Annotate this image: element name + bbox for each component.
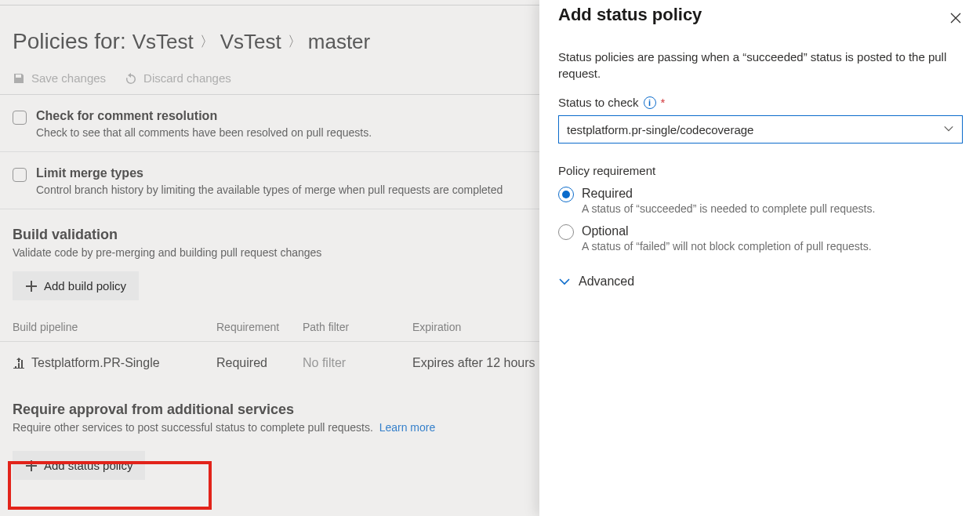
radio-required-title: Required <box>582 187 875 201</box>
advanced-label: Advanced <box>579 274 634 289</box>
radio-optional[interactable]: Optional A status of “failed” will not b… <box>558 224 963 253</box>
policy-requirement-label: Policy requirement <box>558 164 963 177</box>
info-icon[interactable]: i <box>644 96 656 109</box>
status-to-check-label: Status to check i * <box>558 96 963 109</box>
chevron-down-icon <box>943 123 954 136</box>
status-to-check-select[interactable]: testplatform.pr-single/codecoverage <box>558 115 963 144</box>
required-asterisk: * <box>661 96 666 109</box>
radio-button-icon <box>558 224 574 240</box>
panel-intro: Status policies are passing when a “succ… <box>558 49 963 82</box>
radio-optional-desc: A status of “failed” will not block comp… <box>582 240 872 253</box>
radio-required-desc: A status of “succeeded” is needed to com… <box>582 202 875 215</box>
close-button[interactable] <box>946 8 966 28</box>
radio-button-icon <box>558 187 574 202</box>
chevron-down-icon <box>558 275 571 288</box>
radio-optional-title: Optional <box>582 224 872 238</box>
advanced-toggle[interactable]: Advanced <box>558 274 963 289</box>
status-label-text: Status to check <box>558 96 639 109</box>
close-icon <box>949 12 962 24</box>
status-select-value: testplatform.pr-single/codecoverage <box>567 123 753 136</box>
add-status-policy-panel: Add status policy Status policies are pa… <box>539 0 980 516</box>
policy-requirement-group: Policy requirement Required A status of … <box>558 164 963 253</box>
radio-required[interactable]: Required A status of “succeeded” is need… <box>558 187 963 215</box>
panel-title: Add status policy <box>558 5 963 25</box>
